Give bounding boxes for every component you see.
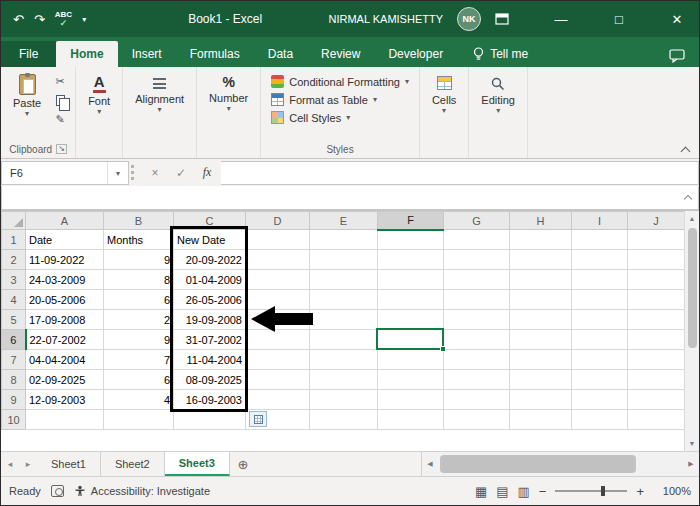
cell-b4[interactable]: 6 bbox=[104, 290, 174, 310]
cell-c10[interactable] bbox=[174, 410, 246, 430]
insert-function-icon[interactable]: fx bbox=[195, 162, 219, 184]
cell-a8[interactable]: 02-09-2025 bbox=[26, 370, 104, 390]
cell-a3[interactable]: 24-03-2009 bbox=[26, 270, 104, 290]
comments-icon[interactable] bbox=[669, 49, 685, 63]
cell-b3[interactable]: 8 bbox=[104, 270, 174, 290]
row-header[interactable]: 5 bbox=[2, 310, 26, 330]
cells-button[interactable]: Cells ▾ bbox=[426, 71, 462, 117]
tab-file[interactable]: File bbox=[1, 41, 56, 67]
row-header[interactable]: 1 bbox=[2, 230, 26, 250]
cell-c1[interactable]: New Date bbox=[174, 230, 246, 250]
sheet-tab-sheet2[interactable]: Sheet2 bbox=[101, 452, 165, 476]
page-break-view-icon[interactable]: ▥ bbox=[518, 484, 530, 499]
user-name[interactable]: NIRMAL KAMISHETTY bbox=[329, 13, 444, 25]
qat-customize-chevron-icon[interactable]: ▾ bbox=[82, 15, 86, 24]
scroll-right-icon[interactable]: ▶ bbox=[683, 452, 699, 476]
formula-bar-drag-handle[interactable] bbox=[131, 165, 139, 180]
cell-a5[interactable]: 17-09-2008 bbox=[26, 310, 104, 330]
tab-developer[interactable]: Developer bbox=[374, 41, 457, 67]
cell-c6[interactable]: 31-07-2002 bbox=[174, 330, 246, 350]
column-header-j[interactable]: J bbox=[628, 212, 685, 230]
cell-c3[interactable]: 01-04-2009 bbox=[174, 270, 246, 290]
format-as-table-button[interactable]: Format as Table ▾ bbox=[267, 91, 381, 108]
sheet-nav-right-icon[interactable]: ▸ bbox=[19, 452, 37, 476]
row-header[interactable]: 9 bbox=[2, 390, 26, 410]
cell-c7[interactable]: 11-04-2004 bbox=[174, 350, 246, 370]
row-header[interactable]: 6 bbox=[2, 330, 26, 350]
font-button[interactable]: A Font ▾ bbox=[82, 71, 116, 118]
sheet-nav-left-icon[interactable]: ◂ bbox=[1, 452, 19, 476]
avatar[interactable]: NK bbox=[457, 7, 481, 31]
cell-a4[interactable]: 20-05-2006 bbox=[26, 290, 104, 310]
cell-b5[interactable]: 2 bbox=[104, 310, 174, 330]
redo-icon[interactable]: ↷ bbox=[34, 12, 45, 27]
minimize-button[interactable]: — bbox=[539, 1, 583, 37]
zoom-level[interactable]: 100% bbox=[653, 485, 691, 497]
sheet-tab-sheet3[interactable]: Sheet3 bbox=[165, 452, 230, 476]
enter-entry-icon[interactable]: ✓ bbox=[169, 162, 193, 184]
scroll-up-icon[interactable]: ▲ bbox=[685, 211, 700, 226]
tell-me-box[interactable]: Tell me bbox=[463, 41, 538, 67]
cell-c4[interactable]: 26-05-2006 bbox=[174, 290, 246, 310]
collapse-ribbon-icon[interactable] bbox=[681, 145, 689, 153]
close-button[interactable]: ✕ bbox=[655, 1, 699, 37]
cell-c5[interactable]: 19-09-2008 bbox=[174, 310, 246, 330]
row-header[interactable]: 8 bbox=[2, 370, 26, 390]
zoom-slider[interactable] bbox=[555, 490, 627, 492]
cell-a10[interactable] bbox=[26, 410, 104, 430]
cell-c8[interactable]: 08-09-2025 bbox=[174, 370, 246, 390]
cut-icon[interactable]: ✂ bbox=[51, 73, 69, 89]
tab-review[interactable]: Review bbox=[307, 41, 374, 67]
fill-handle[interactable] bbox=[440, 346, 446, 352]
column-header-h[interactable]: H bbox=[510, 212, 572, 230]
column-header-i[interactable]: I bbox=[572, 212, 628, 230]
column-header-c[interactable]: C bbox=[174, 212, 246, 230]
row-header[interactable]: 3 bbox=[2, 270, 26, 290]
tab-insert[interactable]: Insert bbox=[118, 41, 176, 67]
horizontal-scrollbar-thumb[interactable] bbox=[440, 455, 636, 473]
chevron-down-icon[interactable]: ▾ bbox=[107, 162, 128, 184]
paste-options-icon[interactable] bbox=[249, 411, 267, 427]
alignment-button[interactable]: Alignment ▾ bbox=[129, 71, 190, 116]
cell-c9[interactable]: 16-09-2003 bbox=[174, 390, 246, 410]
cell-b1[interactable]: Months bbox=[104, 230, 174, 250]
tab-data[interactable]: Data bbox=[254, 41, 307, 67]
number-button[interactable]: % Number ▾ bbox=[203, 71, 254, 115]
cell-a2[interactable]: 11-09-2022 bbox=[26, 250, 104, 270]
cell-b7[interactable]: 7 bbox=[104, 350, 174, 370]
vertical-scrollbar[interactable]: ▲ ▼ bbox=[684, 211, 699, 451]
collapse-formula-bar-icon[interactable] bbox=[680, 190, 696, 206]
horizontal-scrollbar[interactable]: ◀ ▶ bbox=[421, 452, 699, 476]
cell-styles-button[interactable]: Cell Styles ▾ bbox=[267, 109, 354, 126]
scroll-left-icon[interactable]: ◀ bbox=[422, 452, 438, 476]
maximize-button[interactable]: □ bbox=[597, 1, 641, 37]
cell-a9[interactable]: 12-09-2003 bbox=[26, 390, 104, 410]
cell-b2[interactable]: 9 bbox=[104, 250, 174, 270]
copy-icon[interactable] bbox=[51, 92, 69, 108]
cell-a6[interactable]: 22-07-2002 bbox=[26, 330, 104, 350]
sheet-tab-sheet1[interactable]: Sheet1 bbox=[37, 452, 101, 476]
conditional-formatting-button[interactable]: Conditional Formatting ▾ bbox=[267, 73, 413, 90]
column-header-b[interactable]: B bbox=[104, 212, 174, 230]
column-header-f[interactable]: F bbox=[378, 212, 444, 230]
formula-input[interactable] bbox=[221, 161, 699, 185]
ribbon-display-options-icon[interactable] bbox=[495, 13, 525, 25]
tab-formulas[interactable]: Formulas bbox=[176, 41, 254, 67]
row-header[interactable]: 10 bbox=[2, 410, 26, 430]
new-sheet-button[interactable]: ⊕ bbox=[230, 452, 256, 476]
select-all-corner[interactable] bbox=[2, 212, 26, 230]
macro-record-icon[interactable] bbox=[51, 485, 64, 497]
cell-a7[interactable]: 04-04-2004 bbox=[26, 350, 104, 370]
name-box[interactable]: F6 ▾ bbox=[1, 161, 129, 185]
column-header-g[interactable]: G bbox=[444, 212, 510, 230]
selected-cell-outline-f6[interactable] bbox=[376, 328, 444, 350]
row-header[interactable]: 4 bbox=[2, 290, 26, 310]
zoom-in-icon[interactable]: + bbox=[636, 484, 644, 499]
cell-a1[interactable]: Date bbox=[26, 230, 104, 250]
editing-button[interactable]: Editing ▾ bbox=[475, 71, 521, 117]
column-header-d[interactable]: D bbox=[246, 212, 310, 230]
column-header-a[interactable]: A bbox=[26, 212, 104, 230]
normal-view-icon[interactable]: ▦ bbox=[475, 484, 487, 499]
cell-b8[interactable]: 6 bbox=[104, 370, 174, 390]
cell-b10[interactable] bbox=[104, 410, 174, 430]
